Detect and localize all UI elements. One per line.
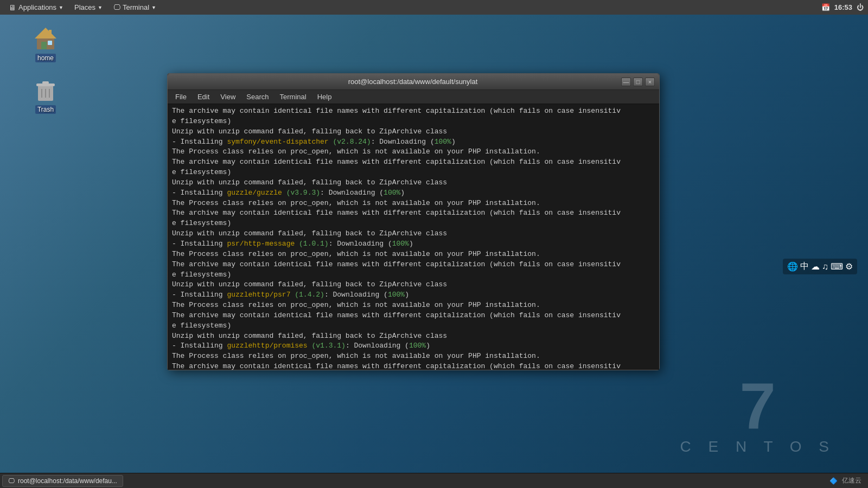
applications-label: Applications (18, 3, 56, 11)
terminal-line-19: The Process class relies on proc_open, w… (172, 300, 655, 311)
system-tray: 🌐 中 ☁ ♫ ⌨ ⚙ (783, 259, 857, 274)
terminal-line-25: The archive may contain identical file n… (172, 362, 655, 370)
terminal-line-20: The archive may contain identical file n… (172, 311, 655, 321)
terminal-line-23: - Installing guzzlehttp/promises (v1.3.1… (172, 341, 655, 351)
top-bar-right: 📅 16:53 ⏻ (821, 3, 864, 11)
terminal-line-14: The Process class relies on proc_open, w… (172, 249, 655, 260)
places-arrow: ▼ (98, 5, 103, 10)
svg-rect-7 (42, 81, 49, 84)
tray-keyboard-icon[interactable]: ⌨ (831, 261, 843, 272)
terminal-line-6: e filesystems) (172, 168, 655, 178)
terminal-label: Terminal (123, 3, 149, 11)
taskbar-left: 🖵 root@localhost:/data/www/defau... (0, 474, 125, 488)
menu-help[interactable]: Help (312, 92, 337, 102)
tray-cloud-icon[interactable]: ☁ (811, 261, 820, 272)
minimize-button[interactable]: — (621, 78, 631, 86)
terminal-line-10: The archive may contain identical file n… (172, 208, 655, 219)
terminal-line-13: - Installing psr/http-message (1.0.1): D… (172, 239, 655, 249)
svg-rect-2 (41, 42, 47, 49)
centos-number: 7 (680, 373, 835, 438)
taskbar-terminal-label: root@localhost:/data/www/defau... (18, 477, 117, 485)
menu-view[interactable]: View (215, 92, 241, 102)
taskbar-brand-icon: 🔷 (829, 477, 838, 485)
applications-menu[interactable]: 🖥 Applications ▼ (4, 2, 68, 13)
terminal-arrow: ▼ (151, 5, 156, 10)
terminal-line-22: Unzip with unzip command failed, falling… (172, 331, 655, 342)
terminal-controls: — □ × (621, 78, 655, 86)
terminal-line-15: The archive may contain identical file n… (172, 260, 655, 270)
tray-gear-icon[interactable]: ⚙ (845, 261, 853, 272)
terminal-line-7: Unzip with unzip command failed, falling… (172, 178, 655, 188)
svg-marker-1 (35, 28, 56, 38)
places-label: Places (74, 3, 95, 11)
clock-display: 16:53 (834, 3, 852, 11)
close-button[interactable]: × (645, 78, 655, 86)
taskbar: 🖵 root@localhost:/data/www/defau... 🔷 亿速… (0, 473, 868, 488)
terminal-line-18: - Installing guzzlehttp/psr7 (1.4.2): Do… (172, 290, 655, 300)
taskbar-terminal-icon: 🖵 (8, 477, 15, 485)
menu-search[interactable]: Search (241, 92, 274, 102)
centos-text: C E N T O S (680, 438, 835, 455)
menu-edit[interactable]: Edit (192, 92, 215, 102)
tray-globe-icon[interactable]: 🌐 (787, 261, 798, 272)
terminal-line-11: e filesystems) (172, 219, 655, 229)
terminal-line-3: - Installing symfony/event-dispatcher (v… (172, 137, 655, 147)
calendar-icon: 📅 (821, 3, 830, 11)
trash-icon-label: Trash (35, 105, 56, 114)
applications-arrow: ▼ (59, 5, 63, 10)
top-bar-left: 🖥 Applications ▼ Places ▼ 🖵 Terminal ▼ (4, 2, 161, 13)
terminal-menubar: File Edit View Search Terminal Help (168, 90, 659, 104)
menu-terminal[interactable]: Terminal (275, 92, 312, 102)
home-icon-label: home (35, 54, 56, 62)
terminal-line-24: The Process class relies on proc_open, w… (172, 351, 655, 362)
terminal-window: root@localhost:/data/www/default/sunylat… (167, 73, 660, 370)
taskbar-brand-text: 亿速云 (842, 476, 861, 485)
maximize-button[interactable]: □ (633, 78, 643, 86)
trash-icon (33, 77, 59, 103)
centos-watermark: 7 C E N T O S (680, 373, 835, 455)
terminal-line-9: The Process class relies on proc_open, w… (172, 198, 655, 209)
terminal-line-8: - Installing guzzle/guzzle (v3.9.3): Dow… (172, 188, 655, 198)
power-icon[interactable]: ⏻ (857, 3, 864, 11)
tray-music-icon[interactable]: ♫ (822, 262, 828, 272)
terminal-menu[interactable]: 🖵 Terminal ▼ (109, 2, 161, 12)
tray-chinese-icon[interactable]: 中 (800, 261, 809, 272)
desktop: home Trash 7 C E N T O S 🌐 中 ☁ (0, 15, 868, 488)
terminal-line-1: e filesystems) (172, 117, 655, 127)
terminal-content[interactable]: The archive may contain identical file n… (168, 104, 659, 370)
home-desktop-icon[interactable]: home (24, 25, 67, 62)
terminal-line-21: e filesystems) (172, 321, 655, 331)
terminal-line-4: The Process class relies on proc_open, w… (172, 147, 655, 157)
terminal-line-16: e filesystems) (172, 270, 655, 280)
trash-desktop-icon[interactable]: Trash (24, 77, 67, 114)
terminal-line-17: Unzip with unzip command failed, falling… (172, 280, 655, 290)
taskbar-terminal-item[interactable]: 🖵 root@localhost:/data/www/defau... (2, 475, 123, 487)
terminal-titlebar: root@localhost:/data/www/default/sunylat… (168, 74, 659, 90)
taskbar-right: 🔷 亿速云 (823, 476, 868, 485)
places-menu[interactable]: Places ▼ (70, 2, 107, 12)
home-icon (33, 25, 59, 52)
terminal-title: root@localhost:/data/www/default/sunylat (205, 78, 621, 86)
terminal-line-5: The archive may contain identical file n… (172, 157, 655, 168)
top-bar: 🖥 Applications ▼ Places ▼ 🖵 Terminal ▼ 📅… (0, 0, 868, 15)
menu-file[interactable]: File (170, 92, 192, 102)
terminal-line-12: Unzip with unzip command failed, falling… (172, 229, 655, 239)
terminal-line-2: Unzip with unzip command failed, falling… (172, 127, 655, 137)
svg-rect-4 (49, 30, 52, 35)
terminal-line-0: The archive may contain identical file n… (172, 106, 655, 117)
svg-rect-3 (48, 41, 52, 45)
